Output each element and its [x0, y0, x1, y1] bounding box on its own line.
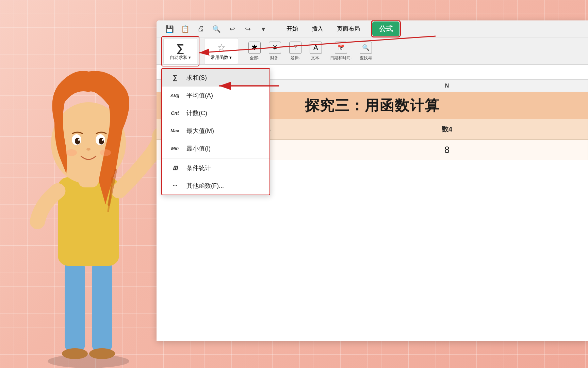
header-cell-3: 数4: [306, 119, 588, 139]
logic-button[interactable]: ? 逻辑·: [289, 42, 301, 61]
common-func-label: 常用函数 ▾: [211, 55, 232, 61]
dropdown-item-conditional[interactable]: ⊞ 条件统计: [162, 159, 270, 177]
star-icon: ☆: [217, 42, 226, 53]
svg-point-3: [62, 348, 88, 359]
table-title: 探究三：用函数计算: [305, 96, 440, 115]
text-button[interactable]: A 文本·: [310, 42, 322, 61]
autosum-dropdown: ∑ 求和(S) Avg 平均值(A) Cnt 计数(C) Max 最大值(M): [161, 68, 270, 195]
svg-rect-2: [92, 259, 112, 354]
formula-nav-button[interactable]: 公式: [372, 21, 399, 36]
formula-extra-buttons: ✱ 全部· ¥ 财务· ? 逻辑· A 文本·: [248, 42, 372, 61]
undo-icon[interactable]: ↩: [226, 23, 238, 35]
finance-button[interactable]: ¥ 财务·: [269, 42, 281, 61]
logic-label: 逻辑·: [291, 55, 300, 61]
sum-label: 求和(S): [186, 74, 207, 82]
avg-icon: Avg: [169, 93, 181, 98]
find-icon: 🔍: [360, 42, 372, 54]
svg-point-10: [75, 138, 80, 144]
svg-point-14: [86, 148, 91, 151]
svg-rect-5: [58, 177, 119, 266]
excel-window: 💾 📋 🖨 🔍 ↩ ↪ ▾ 开始 插入 页面布局 公式: [157, 20, 588, 341]
yen-icon: ¥: [269, 42, 281, 54]
datetime-label: 日期和时间·: [330, 55, 352, 61]
more-icon: ···: [169, 183, 181, 189]
datetime-icon: 📅: [335, 42, 347, 54]
all-label: 全部·: [250, 55, 259, 61]
character-illustration: [0, 0, 177, 368]
count-label: 计数(C): [186, 109, 207, 117]
svg-point-16: [100, 149, 111, 156]
all-func-button[interactable]: ✱ 全部·: [248, 42, 261, 61]
datetime-button[interactable]: 📅 日期和时间·: [330, 42, 352, 61]
dropdown-item-min[interactable]: Min 最小值(I): [162, 140, 270, 157]
svg-point-15: [66, 149, 77, 156]
formula-subtoolbar: ∑ 自动求和 ▾ ∑ 求和(S) Avg 平均值(A) Cnt: [157, 37, 588, 65]
max-label: 最大值(M): [186, 127, 214, 135]
logic-icon: ?: [289, 42, 301, 54]
search-icon[interactable]: 🔍: [210, 23, 223, 35]
conditional-icon: ⊞: [169, 164, 181, 172]
svg-point-4: [89, 348, 115, 359]
finance-label: 财务·: [270, 55, 279, 61]
text-label: 文本·: [311, 55, 320, 61]
value-cell-3: 8: [306, 140, 588, 160]
autosum-label[interactable]: 自动求和 ▾: [170, 55, 191, 61]
avg-label: 平均值(A): [186, 91, 213, 99]
text-icon: A: [310, 42, 322, 54]
nav-start[interactable]: 开始: [283, 24, 301, 34]
more-label: 其他函数(F)...: [186, 182, 224, 190]
sigma-icon: ∑: [177, 42, 184, 55]
nav-insert[interactable]: 插入: [308, 24, 327, 34]
max-icon: Max: [169, 128, 181, 133]
count-icon: Cnt: [169, 110, 181, 116]
find-button[interactable]: 🔍 查找与: [360, 42, 372, 61]
dropdown-item-more[interactable]: ··· 其他函数(F)...: [162, 177, 270, 195]
col-header-N: N: [306, 80, 588, 92]
asterisk-icon: ✱: [248, 42, 261, 54]
copy-icon[interactable]: 📋: [179, 23, 191, 35]
min-icon: Min: [169, 146, 181, 151]
svg-point-0: [48, 354, 129, 368]
toolbar-row: 💾 📋 🖨 🔍 ↩ ↪ ▾ 开始 插入 页面布局 公式: [157, 20, 588, 65]
character-svg: [7, 61, 170, 368]
dropdown-divider: [162, 158, 270, 158]
print-icon[interactable]: 🖨: [195, 23, 207, 35]
svg-point-11: [99, 138, 104, 144]
autosum-area: ∑ 自动求和 ▾ ∑ 求和(S) Avg 平均值(A) Cnt: [163, 38, 197, 64]
conditional-label: 条件统计: [186, 164, 211, 172]
find-label: 查找与: [360, 55, 372, 61]
toolbar-top: 💾 📋 🖨 🔍 ↩ ↪ ▾ 开始 插入 页面布局 公式: [157, 20, 588, 37]
svg-point-12: [78, 139, 80, 141]
dropdown-item-max[interactable]: Max 最大值(M): [162, 122, 270, 140]
common-func-button[interactable]: ☆ 常用函数 ▾: [204, 38, 238, 64]
dropdown-item-sum[interactable]: ∑ 求和(S): [162, 69, 270, 87]
redo-icon[interactable]: ↪: [242, 23, 254, 35]
save-icon[interactable]: 💾: [163, 23, 176, 35]
min-label: 最小值(I): [186, 144, 211, 153]
nav-layout[interactable]: 页面布局: [333, 24, 363, 34]
svg-point-13: [102, 139, 104, 141]
dropdown-item-avg[interactable]: Avg 平均值(A): [162, 87, 270, 104]
sum-icon: ∑: [169, 74, 181, 81]
dropdown-item-count[interactable]: Cnt 计数(C): [162, 104, 270, 122]
dropdown-arrow-icon[interactable]: ▾: [257, 23, 270, 35]
svg-rect-1: [65, 259, 85, 354]
